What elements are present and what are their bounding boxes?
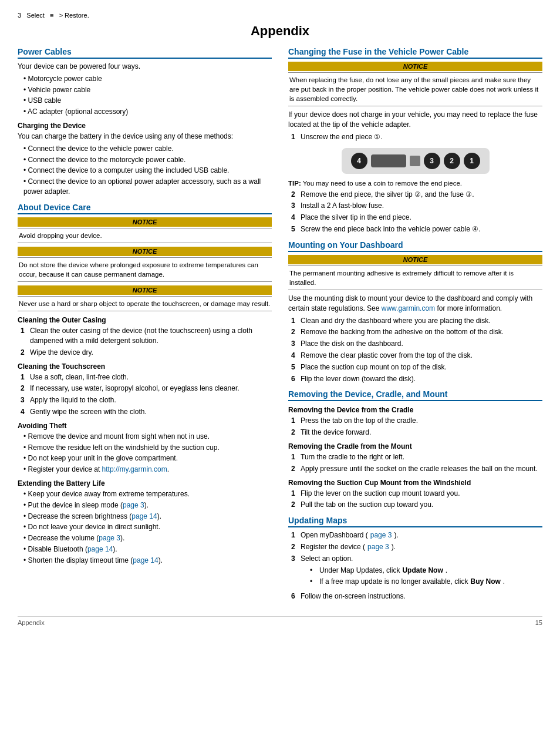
table-row: Use a soft, clean, lint-free cloth. [21, 372, 272, 382]
page3-link-1[interactable]: page 3 [123, 501, 144, 509]
table-row: Screw the end piece back into the vehicl… [291, 224, 542, 234]
page14-link-1[interactable]: page 14 [131, 512, 157, 520]
power-cables-intro: Your device can be powered four ways. [18, 62, 272, 72]
removing-suction-cup-steps: Flip the lever on the suction cup mount … [291, 489, 542, 510]
cleaning-touchscreen-steps: Use a soft, clean, lint-free cloth. If n… [21, 372, 272, 417]
top-bar: 3 Select ≡ > Restore. [18, 12, 542, 19]
power-cables-heading: Power Cables [18, 47, 272, 59]
page3-link-2[interactable]: page 3 [99, 534, 120, 542]
table-row: Turn the cradle to the right or left. [291, 452, 542, 462]
table-row: Apply the liquid to the cloth. [21, 395, 272, 405]
list-item: Put the device in sleep mode (page 3). [23, 500, 272, 510]
avoiding-theft-list: Remove the device and mount from sight w… [23, 432, 272, 475]
top-bar-number: 3 [18, 12, 21, 19]
fuse-notice-label: NOTICE [288, 62, 542, 71]
fuse-steps-cont: Remove the end piece, the silver tip ②, … [291, 190, 542, 234]
notice-text-2: Do not store the device where prolonged … [18, 257, 272, 282]
table-row: Pull the tab on the suction cup toward y… [291, 500, 542, 510]
list-item: Remove the device and mount from sight w… [23, 432, 272, 442]
removing-from-mount-heading: Removing the Cradle from the Mount [288, 442, 542, 450]
charging-list: Connect the device to the vehicle power … [23, 144, 272, 197]
changing-fuse-heading: Changing the Fuse in the Vehicle Power C… [288, 47, 542, 59]
list-item: Decrease the screen brightness (page 14)… [23, 512, 272, 522]
page: 3 Select ≡ > Restore. Appendix Power Cab… [0, 0, 560, 638]
step-text: Select an option. Under Map Updates, cli… [301, 554, 505, 590]
battery-life-list: Keep your device away from extreme tempe… [23, 489, 272, 566]
top-bar-icon: ≡ [50, 12, 53, 19]
mounting-notice-label: NOTICE [288, 255, 542, 264]
table-row: Apply pressure until the socket on the c… [291, 464, 542, 474]
list-item: USB cable [23, 96, 272, 106]
removing-from-cradle-steps: Press the tab on the top of the cradle. … [291, 416, 542, 438]
page3-link-3[interactable]: page 3 [370, 530, 392, 540]
table-row: Wipe the device dry. [21, 348, 272, 358]
part-body [371, 154, 406, 167]
table-row: Remove the clear plastic cover from the … [291, 351, 542, 361]
page3-link-4[interactable]: page 3 [367, 542, 389, 552]
page14-link-3[interactable]: page 14 [133, 556, 158, 564]
tip-label: TIP: [288, 180, 301, 187]
left-column: Power Cables Your device can be powered … [18, 47, 272, 604]
page-title: Appendix [18, 23, 542, 39]
table-row: Install a 2 A fast-blow fuse. [291, 201, 542, 211]
updating-maps-heading: Updating Maps [288, 516, 542, 527]
removing-from-cradle-heading: Removing the Device from the Cradle [288, 406, 542, 414]
table-row: Place the silver tip in the end piece. [291, 213, 542, 223]
top-bar-suffix: > Restore. [59, 12, 89, 19]
footer-left: Appendix [18, 619, 45, 626]
table-row: Remove the backing from the adhesive on … [291, 327, 542, 337]
update-now-bold: Update Now [402, 566, 443, 576]
buy-now-bold: Buy Now [470, 577, 500, 587]
fuse-steps: Unscrew the end piece ①. [291, 132, 542, 142]
list-item: Connect the device to an optional power … [23, 177, 272, 197]
table-row: Press the tab on the top of the cradle. [291, 416, 542, 426]
table-row: Remove the end piece, the silver tip ②, … [291, 190, 542, 200]
cleaning-outer-steps: Clean the outer casing of the device (no… [21, 326, 272, 357]
list-item: Under Map Updates, click Update Now. [310, 566, 505, 576]
map-update-suboptions: Under Map Updates, click Update Now. If … [310, 566, 505, 587]
removing-heading: Removing the Device, Cradle, and Mount [288, 389, 542, 401]
page14-link-2[interactable]: page 14 [87, 545, 113, 553]
table-row: Place the suction cup mount on top of th… [291, 362, 542, 372]
list-item: Remove the residue left on the windshiel… [23, 443, 272, 453]
charging-heading: Charging the Device [18, 122, 272, 130]
list-item: Disable Bluetooth (page 14). [23, 544, 272, 554]
part-1: 1 [464, 153, 480, 169]
my-garmin-link[interactable]: http://my.garmin.com [102, 465, 167, 473]
list-item: Decrease the volume (page 3). [23, 533, 272, 543]
garmin-link[interactable]: www.garmin.com [382, 304, 435, 312]
removing-suction-cup-heading: Removing the Suction Cup Mount from the … [288, 479, 542, 487]
charging-intro: You can charge the battery in the device… [18, 132, 272, 142]
list-item: Connect the device to the motorcycle pow… [23, 155, 272, 165]
list-item: Keep your device away from extreme tempe… [23, 489, 272, 499]
list-item: Connect the device to the vehicle power … [23, 144, 272, 154]
part-connector-3 [410, 156, 420, 166]
list-item: Do not leave your device in direct sunli… [23, 522, 272, 532]
table-row: Select an option. Under Map Updates, cli… [291, 554, 542, 590]
part-4: 4 [351, 153, 367, 169]
table-row: Flip the lever on the suction cup mount … [291, 489, 542, 499]
table-row: Tilt the device forward. [291, 428, 542, 438]
table-row: Gently wipe the screen with the cloth. [21, 407, 272, 417]
notice-label-1: NOTICE [18, 217, 272, 227]
part-3: 3 [424, 153, 440, 169]
right-column: Changing the Fuse in the Vehicle Power C… [288, 47, 542, 604]
list-item: If a free map update is no longer availa… [310, 577, 505, 587]
part-2: 2 [444, 153, 460, 169]
top-bar-select-label: Select [26, 12, 45, 19]
device-care-heading: About Device Care [18, 203, 272, 214]
fuse-diagram: 4 3 2 1 [288, 148, 542, 174]
footer-right: 15 [535, 619, 542, 626]
cleaning-outer-heading: Cleaning the Outer Casing [18, 316, 272, 324]
removing-from-mount-steps: Turn the cradle to the right or left. Ap… [291, 452, 542, 474]
table-row: Unscrew the end piece ①. [291, 132, 542, 142]
list-item: Do not keep your unit in the glove compa… [23, 453, 272, 463]
table-row: Clean the outer casing of the device (no… [21, 326, 272, 346]
battery-life-heading: Extending the Battery Life [18, 479, 272, 488]
fuse-diagram-image: 4 3 2 1 [342, 148, 490, 174]
list-item: Shorten the display timeout time (page 1… [23, 556, 272, 566]
table-row: Place the disk on the dashboard. [291, 339, 542, 349]
updating-maps-steps: Open myDashboard (page 3). Register the … [291, 530, 542, 601]
list-item: Vehicle power cable [23, 85, 272, 95]
fuse-intro: If your device does not charge in your v… [288, 110, 542, 130]
